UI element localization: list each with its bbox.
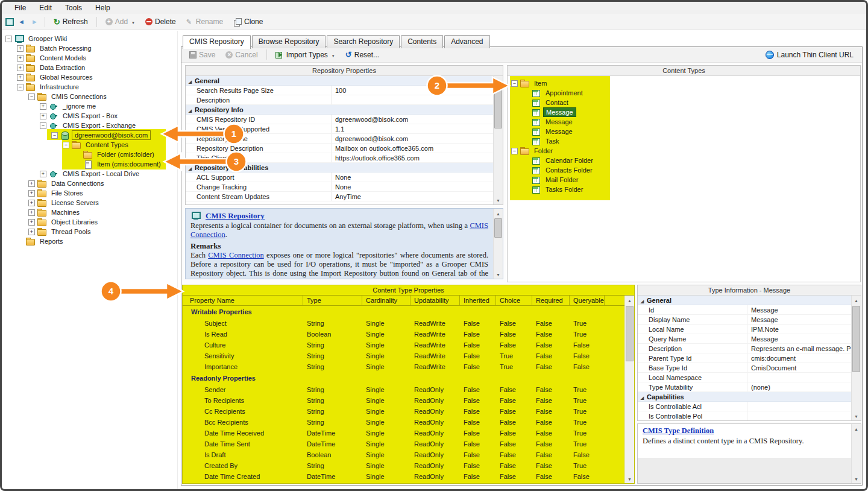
tab-browse-repository[interactable]: Browse Repository [252, 35, 326, 48]
scroll-up-icon[interactable] [494, 209, 503, 218]
category-general[interactable]: General [638, 296, 851, 305]
tree-item-cmis-connections[interactable]: CMIS Connections [2, 92, 177, 101]
property-row-importance[interactable]: ImportanceStringSingleReadWriteFalseTrue… [183, 361, 624, 372]
property-value[interactable]: AnyTime [332, 193, 493, 200]
expand-icon[interactable] [40, 171, 46, 177]
column-choice[interactable]: Choice [496, 296, 532, 305]
property-is-controllable-acl[interactable]: Is Controllable Acl [638, 402, 851, 411]
property-value[interactable]: Message [747, 335, 851, 343]
type-definition-link[interactable]: CMIS Type Definition [643, 426, 714, 436]
scroll-up-icon[interactable] [852, 424, 861, 433]
expand-icon[interactable] [17, 45, 24, 52]
collapse-icon[interactable] [17, 84, 24, 90]
tree-item-content-models[interactable]: Content Models [2, 53, 177, 63]
scroll-up-icon[interactable] [852, 296, 861, 305]
column-queryable[interactable]: Queryable [570, 296, 605, 305]
category-repository-info[interactable]: Repository Info [186, 105, 493, 115]
property-value[interactable]: None [332, 174, 493, 181]
collapse-icon[interactable] [40, 122, 46, 129]
content-type-contact[interactable]: Contact [509, 98, 860, 107]
expand-icon[interactable] [28, 219, 35, 226]
rename-button[interactable]: Rename [182, 16, 227, 27]
column-inherited[interactable]: Inherited [460, 296, 496, 305]
menu-file[interactable]: File [8, 2, 33, 13]
tree-item-data-extraction[interactable]: Data Extraction [2, 63, 177, 72]
property-row-is-read[interactable]: Is ReadBooleanSingleReadWriteFalseFalseF… [183, 329, 624, 340]
property-description[interactable]: DescriptionRepresents an e-mail message.… [638, 344, 851, 353]
tree-item-license-servers[interactable]: License Servers [2, 198, 177, 207]
property-row-culture[interactable]: CultureStringSingleReadWriteFalseFalseFa… [183, 340, 624, 350]
content-type-item[interactable]: Item [509, 78, 860, 88]
tree-item-dgreenwood-bisok-com[interactable]: dgreenwood@bisok.com [2, 130, 177, 140]
column-required[interactable]: Required [532, 296, 570, 305]
expand-icon[interactable] [40, 113, 46, 119]
group-writable-properties[interactable]: Writable Properties [183, 306, 624, 318]
property-value[interactable]: cmis:document [747, 355, 851, 362]
content-type-message[interactable]: Message [509, 107, 860, 117]
tree-item-cmis-export-box[interactable]: CMIS Export - Box [2, 111, 177, 121]
property-value[interactable]: Mailbox on outlook.office365.com [332, 145, 493, 152]
property-is-controllable-pol[interactable]: Is Controllable Pol [638, 411, 851, 420]
collapse-icon[interactable] [5, 36, 12, 42]
scroll-up-icon[interactable] [625, 296, 634, 305]
tree-item-item-cmis-document[interactable]: Item (cmis:document) [2, 159, 177, 169]
content-type-task[interactable]: Task [509, 136, 860, 146]
tree-item-thread-pools[interactable]: Thread Pools [2, 227, 177, 236]
tree-item-reports[interactable]: Reports [2, 236, 177, 246]
forward-icon[interactable]: ► [29, 18, 40, 25]
tree-item-machines[interactable]: Machines [2, 207, 177, 217]
property-query-name[interactable]: Query NameMessage [638, 334, 851, 344]
column-cardinality[interactable]: Cardinality [362, 296, 410, 305]
property-row-is-draft[interactable]: Is DraftBooleanSingleReadOnlyFalseFalseF… [183, 449, 624, 460]
tab-contents[interactable]: Contents [401, 35, 443, 48]
property-local-namespace[interactable]: Local Namespace [638, 373, 851, 382]
property-base-type-id[interactable]: Base Type IdCmisDocument [638, 363, 851, 373]
delete-button[interactable]: Delete [141, 16, 180, 27]
tree-item-cmis-export-exchange[interactable]: CMIS Export - Exchange [2, 121, 177, 130]
property-row-sender[interactable]: SenderStringSingleReadOnlyFalseFalseFals… [183, 384, 624, 395]
property-row-bcc-recipients[interactable]: Bcc RecipientsStringSingleReadOnlyFalseF… [183, 417, 624, 428]
expand-icon[interactable] [17, 55, 24, 62]
property-row-to-recipients[interactable]: To RecipientsStringSingleReadOnlyFalseFa… [183, 395, 624, 406]
expand-icon[interactable] [28, 180, 35, 187]
property-value[interactable]: Message [747, 306, 851, 314]
inline-link[interactable]: CMIS Connection [190, 277, 246, 279]
add-button[interactable]: Add [101, 16, 139, 27]
tree-item-content-types[interactable]: Content Types [2, 140, 177, 150]
column-property-name[interactable]: Property Name [183, 296, 303, 305]
property-value[interactable]: 1.1 [332, 125, 493, 133]
property-row-sensitivity[interactable]: SensitivityStringSingleReadWriteFalseTru… [183, 350, 624, 361]
scroll-down-icon[interactable] [494, 195, 503, 204]
menu-help[interactable]: Help [89, 2, 117, 13]
help-scrollbar[interactable] [493, 209, 503, 279]
tree-item-object-libraries[interactable]: Object Libraries [2, 217, 177, 227]
tree-item-folder-cmis-folder[interactable]: Folder (cmis:folder) [2, 150, 177, 159]
property-value[interactable]: Message [747, 316, 851, 323]
property-value[interactable]: None [332, 183, 493, 191]
property-row-date-time-sent[interactable]: Date Time SentDateTimeSingleReadOnlyFals… [183, 439, 624, 449]
menu-tools[interactable]: Tools [58, 2, 89, 13]
property-type-mutability[interactable]: Type Mutability(none) [638, 382, 851, 392]
collapse-icon[interactable] [511, 148, 518, 154]
cancel-button[interactable]: Cancel [221, 49, 262, 60]
expand-icon[interactable] [28, 190, 35, 197]
expand-icon[interactable] [28, 209, 35, 216]
column-updatability[interactable]: Updatability [410, 296, 460, 305]
property-parent-type-id[interactable]: Parent Type Idcmis:document [638, 353, 851, 363]
scroll-thumb[interactable] [626, 306, 634, 361]
property-row-cc-recipients[interactable]: Cc RecipientsStringSingleReadOnlyFalseFa… [183, 406, 624, 417]
collapse-icon[interactable] [63, 142, 69, 148]
tree-item-cmis-export-local-drive[interactable]: CMIS Export - Local Drive [2, 169, 177, 179]
group-readonly-properties[interactable]: Readonly Properties [183, 372, 624, 384]
expand-icon[interactable] [17, 65, 24, 71]
clone-button[interactable]: Clone [229, 16, 267, 27]
property-value[interactable]: IPM.Note [747, 326, 851, 333]
property-row-date-time-received[interactable]: Date Time ReceivedDateTimeSingleReadOnly… [183, 428, 624, 439]
type-definition-scrollbar[interactable] [851, 424, 861, 483]
scroll-thumb[interactable] [852, 306, 860, 372]
property-id[interactable]: IdMessage [638, 305, 851, 315]
content-type-tasks-folder[interactable]: Tasks Folder [509, 185, 860, 194]
content-type-message[interactable]: Message [509, 117, 860, 127]
property-value[interactable]: CmisDocument [747, 364, 851, 372]
property-value[interactable]: (none) [747, 384, 851, 391]
